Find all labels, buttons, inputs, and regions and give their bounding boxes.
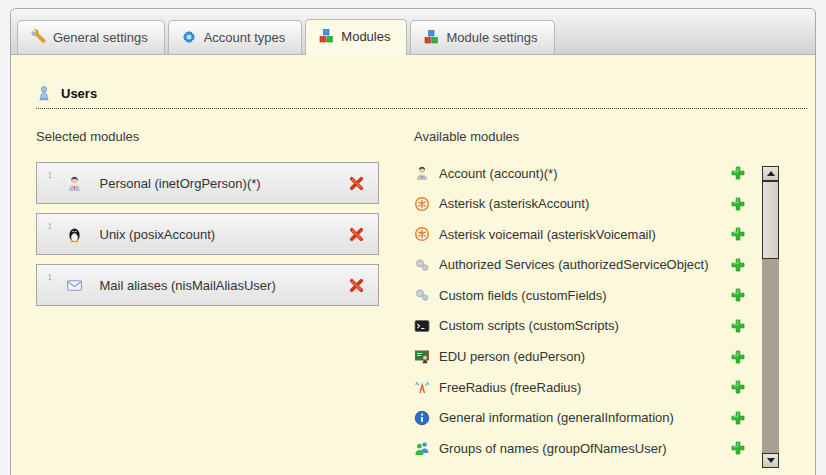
add-module-button[interactable] [730,257,746,273]
modules-icon [318,28,334,44]
remove-module-button[interactable] [348,175,365,192]
module-label: Custom scripts (customScripts) [439,318,619,333]
green-plus-icon [730,318,746,334]
drag-handle-icon[interactable]: ↕ [47,271,53,282]
available-modules-header: Available modules [414,129,779,144]
add-module-button[interactable] [730,440,746,456]
tab-module-settings[interactable]: Module settings [410,20,554,54]
tab-account-types[interactable]: Account types [168,20,303,54]
scroll-up-button[interactable] [762,166,779,181]
module-label: Authorized Services (authorizedServiceOb… [439,257,709,272]
add-module-button[interactable] [730,287,746,303]
available-modules-column: Available modules Account (account)(*) A… [409,129,779,468]
available-module-row: Asterisk (asteriskAccount) [414,193,762,215]
add-module-button[interactable] [730,410,746,426]
scroll-down-button[interactable] [762,453,779,468]
drag-handle-icon[interactable]: ↕ [47,169,53,180]
red-x-icon [348,175,365,192]
radio-icon [414,379,430,395]
info-icon [414,410,430,426]
triangle-up-icon [767,171,775,176]
available-modules-scrollbar[interactable] [762,166,779,468]
selected-module-row[interactable]: ↕ Mail aliases (nisMailAliasUser) [36,264,379,306]
module-label: Account (account)(*) [439,166,558,181]
tux-icon [66,226,83,243]
asterisk-icon [414,226,430,242]
tab-label: General settings [53,30,148,45]
module-label: Mail aliases (nisMailAliasUser) [100,278,276,293]
tab-label: Module settings [446,30,537,45]
available-module-row: EDU person (eduPerson) [414,346,762,368]
available-module-row: Authorized Services (authorizedServiceOb… [414,254,762,276]
selected-module-row[interactable]: ↕ Unix (posixAccount) [36,213,379,255]
module-label: Personal (inetOrgPerson)(*) [100,176,261,191]
selected-modules-header: Selected modules [36,129,379,144]
module-columns: Selected modules ↕ Personal (inetOrgPers… [36,129,815,468]
add-module-button[interactable] [730,226,746,242]
module-label: Unix (posixAccount) [100,227,216,242]
available-module-row: Asterisk voicemail (asteriskVoicemail) [414,223,762,245]
available-module-row: FreeRadius (freeRadius) [414,376,762,398]
wrench-icon [30,29,46,45]
green-plus-icon [730,287,746,303]
tab-label: Modules [341,29,390,44]
red-x-icon [348,277,365,294]
users-section-header: Users [36,85,807,109]
green-plus-icon [730,196,746,212]
tab-label: Account types [204,30,286,45]
gear-icon [181,29,197,45]
available-module-row: Groups of names (groupOfNamesUser) [414,437,762,459]
remove-module-button[interactable] [348,277,365,294]
available-modules-list: Account (account)(*) Asterisk (asteriskA… [414,162,762,468]
modules-tab-content: Users Selected modules ↕ Personal (inetO… [11,85,815,468]
triangle-down-icon [767,458,775,463]
lam-config-window: General settings Account types Modules M… [0,0,826,475]
green-plus-icon [730,349,746,365]
module-label: Groups of names (groupOfNamesUser) [439,441,667,456]
available-module-row: General information (generalInformation) [414,407,762,429]
module-label: FreeRadius (freeRadius) [439,380,581,395]
module-label: EDU person (eduPerson) [439,349,585,364]
drag-handle-icon[interactable]: ↕ [47,220,53,231]
modules-icon [423,29,439,45]
terminal-icon [414,318,430,334]
available-module-row: Account (account)(*) [414,162,762,184]
scrollbar-thumb[interactable] [762,181,779,259]
module-label: General information (generalInformation) [439,410,674,425]
available-module-row: Custom fields (customFields) [414,284,762,306]
gears-icon [414,257,430,273]
gears-icon [414,287,430,303]
tab-general-settings[interactable]: General settings [17,20,165,54]
module-label: Asterisk (asteriskAccount) [439,196,589,211]
add-module-button[interactable] [730,349,746,365]
group-icon [414,440,430,456]
green-plus-icon [730,379,746,395]
board-icon [414,349,430,365]
green-plus-icon [730,226,746,242]
add-module-button[interactable] [730,165,746,181]
tab-modules[interactable]: Modules [305,19,407,55]
add-module-button[interactable] [730,196,746,212]
green-plus-icon [730,165,746,181]
selected-modules-column: Selected modules ↕ Personal (inetOrgPers… [36,129,379,468]
available-module-row: Custom scripts (customScripts) [414,315,762,337]
green-plus-icon [730,410,746,426]
add-module-button[interactable] [730,379,746,395]
asterisk-icon [414,196,430,212]
red-x-icon [348,226,365,243]
green-plus-icon [730,440,746,456]
settings-widget: General settings Account types Modules M… [10,8,816,475]
module-label: Custom fields (customFields) [439,288,607,303]
remove-module-button[interactable] [348,226,365,243]
mail-icon [66,277,83,294]
add-module-button[interactable] [730,318,746,334]
tab-bar: General settings Account types Modules M… [11,9,815,55]
green-plus-icon [730,257,746,273]
person-icon [414,165,430,181]
section-title: Users [61,86,97,101]
user-pawn-icon [36,85,52,101]
person-icon [66,175,83,192]
module-label: Asterisk voicemail (asteriskVoicemail) [439,227,656,242]
selected-module-row[interactable]: ↕ Personal (inetOrgPerson)(*) [36,162,379,204]
